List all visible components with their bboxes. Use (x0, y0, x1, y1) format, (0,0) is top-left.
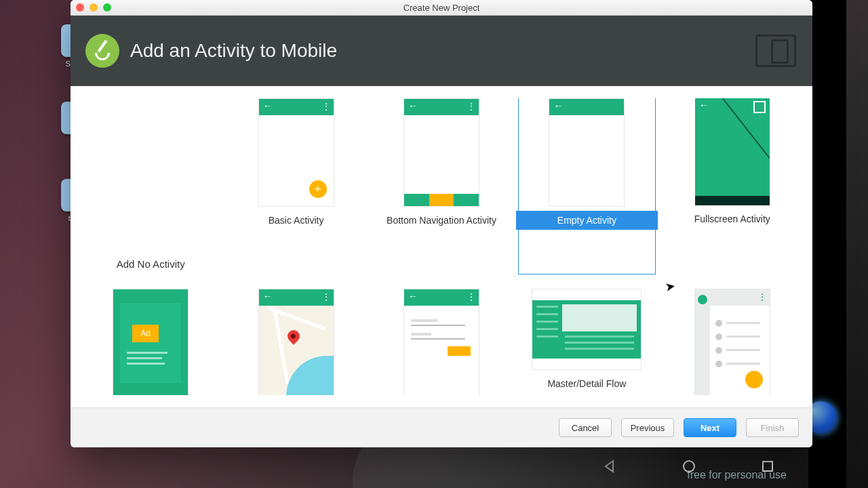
template-google-maps-activity[interactable]: ⋮ Google Maps Activity (228, 289, 363, 395)
previous-button[interactable]: Previous (621, 418, 674, 437)
wizard-footer: Cancel Previous Next Finish (71, 407, 812, 447)
android-nav-bar (570, 450, 807, 483)
next-button[interactable]: Next (684, 418, 736, 437)
template-add-no-activity[interactable]: Add No Activity (83, 98, 218, 274)
window-title: Create New Project (71, 3, 812, 13)
svg-point-0 (684, 461, 694, 472)
template-navigation-drawer-activity[interactable]: ⋮ Navigation Drawer Activity (665, 289, 800, 395)
template-label: Add No Activity (83, 254, 221, 274)
close-icon[interactable] (76, 3, 84, 12)
activity-gallery: Add No Activity ⋮ + Basic Activity ⋮ Bot… (71, 86, 812, 407)
template-label: Empty Activity (516, 211, 657, 230)
svg-rect-1 (763, 462, 772, 471)
fullscreen-icon (753, 101, 766, 113)
template-label: Basic Activity (225, 211, 366, 230)
cancel-button[interactable]: Cancel (559, 418, 612, 437)
wizard-header: Add an Activity to Mobile (71, 16, 812, 86)
ad-badge: Ad (132, 325, 159, 342)
minimize-icon[interactable] (90, 3, 98, 12)
titlebar[interactable]: Create New Project (71, 0, 812, 16)
template-bottom-navigation-activity[interactable]: ⋮ Bottom Navigation Activity (374, 98, 509, 274)
recents-icon[interactable] (761, 460, 774, 473)
template-master-detail-flow[interactable]: Master/Detail Flow (519, 289, 654, 395)
template-fullscreen-activity[interactable]: Fullscreen Activity (665, 98, 800, 274)
finish-button[interactable]: Finish (746, 418, 799, 437)
form-factor-icon (755, 35, 796, 67)
template-empty-activity[interactable]: Empty Activity (519, 98, 654, 274)
android-studio-logo-icon (85, 34, 119, 68)
template-admob-activity[interactable]: Ad Google AdMob Ads Activity (83, 289, 218, 395)
page-title: Add an Activity to Mobile (130, 40, 337, 62)
wizard-window: Create New Project Add an Activity to Mo… (71, 0, 812, 447)
home-icon[interactable] (682, 459, 696, 474)
template-label: Bottom Navigation Activity (371, 211, 512, 230)
template-basic-activity[interactable]: ⋮ + Basic Activity (228, 98, 363, 274)
maximize-icon[interactable] (103, 3, 111, 12)
back-icon[interactable] (602, 459, 617, 474)
template-label: Master/Detail Flow (516, 374, 657, 393)
template-login-activity[interactable]: ⋮ Login Activity (374, 289, 509, 395)
template-label: Fullscreen Activity (662, 209, 800, 228)
